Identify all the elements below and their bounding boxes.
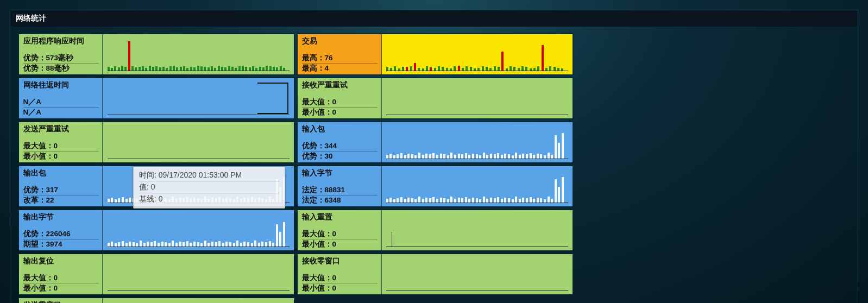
card-row-1: 优势：226046 bbox=[23, 229, 99, 239]
chart-area bbox=[386, 169, 568, 203]
row2-value: 0 bbox=[332, 284, 337, 292]
card-left: 输出包优势：317改革：22 bbox=[19, 166, 103, 206]
card-title: 输出字节 bbox=[23, 212, 99, 222]
row2-label: 最小值 bbox=[23, 284, 46, 292]
bar bbox=[555, 179, 557, 203]
row1-value: 0 bbox=[54, 142, 58, 150]
card-row-1: 最大值：0 bbox=[302, 97, 378, 107]
card-chart[interactable] bbox=[382, 78, 573, 118]
card-chart[interactable] bbox=[103, 298, 294, 304]
metric-card-input-packets[interactable]: 输入包优势：344优势：30 bbox=[297, 121, 574, 163]
metric-card-send-heavy-retry[interactable]: 发送严重重试最大值：0最小值：0 bbox=[18, 121, 295, 163]
card-values: 最大值：0最小值：0 bbox=[302, 273, 378, 293]
panel-title: 网络统计 bbox=[10, 10, 858, 27]
card-left: 接收严重重试最大值：0最小值：0 bbox=[298, 78, 382, 118]
card-left: 输出复位最大值：0最小值：0 bbox=[19, 254, 103, 294]
row1-label: 最大值 bbox=[302, 230, 325, 238]
row2-value: 0 bbox=[332, 108, 337, 116]
bar bbox=[542, 45, 544, 71]
card-left: 应用程序响应时间优势：573毫秒优势：88毫秒 bbox=[19, 34, 103, 74]
tooltip-baseline-label: 基线 bbox=[139, 194, 154, 203]
metric-card-output-bytes[interactable]: 输出字节优势：226046期望：3974 bbox=[18, 209, 295, 251]
card-row-2: 最小值：0 bbox=[23, 283, 99, 293]
row1-label: 优势 bbox=[23, 186, 39, 194]
chart-area bbox=[108, 125, 290, 159]
card-row-1: 法定：88831 bbox=[302, 185, 378, 195]
row2-label: 期望 bbox=[23, 240, 39, 248]
row1-value: 88831 bbox=[325, 186, 345, 194]
card-row-2: 优势：30 bbox=[302, 151, 378, 161]
row1-value: 0 bbox=[332, 274, 337, 282]
card-chart[interactable] bbox=[103, 254, 294, 294]
metric-card-output-reset[interactable]: 输出复位最大值：0最小值：0 bbox=[18, 253, 295, 295]
chart-area bbox=[386, 81, 568, 115]
metric-card-recv-heavy-retry[interactable]: 接收严重重试最大值：0最小值：0 bbox=[297, 77, 574, 119]
card-left: 网络往返时间N／AN／A bbox=[19, 78, 103, 118]
baseline bbox=[386, 291, 568, 291]
card-row-2: 期望：3974 bbox=[23, 239, 99, 249]
card-row-1: 最大值：0 bbox=[302, 229, 378, 239]
row2-value: 0 bbox=[332, 240, 337, 248]
metric-card-input-reset[interactable]: 输入重置最大值：0最小值：0 bbox=[297, 209, 574, 251]
card-chart[interactable] bbox=[382, 34, 573, 74]
bar bbox=[555, 135, 557, 159]
card-row-1: N／A bbox=[23, 97, 99, 107]
row1-label: 最大值 bbox=[302, 274, 325, 282]
card-values: 法定：88831法定：6348 bbox=[302, 185, 378, 205]
row1-value: 344 bbox=[325, 142, 337, 150]
card-left: 输入包优势：344优势：30 bbox=[298, 122, 382, 162]
metric-card-recv-zero-window[interactable]: 接收零窗口最大值：0最小值：0 bbox=[297, 253, 574, 295]
card-title: 输入字节 bbox=[302, 168, 378, 178]
card-chart[interactable] bbox=[103, 122, 294, 162]
row1-label: 最大值 bbox=[302, 98, 325, 106]
card-title: 输入重置 bbox=[302, 212, 378, 222]
row1-label: 优势 bbox=[302, 142, 317, 150]
metric-card-app-response-time[interactable]: 应用程序响应时间优势：573毫秒优势：88毫秒 bbox=[18, 33, 295, 75]
row2-label: 优势 bbox=[302, 152, 317, 160]
tooltip-time-value: 09/17/2020 01:53:00 PM bbox=[159, 171, 242, 179]
chart-area bbox=[108, 37, 290, 71]
card-values: 最大值：0最小值：0 bbox=[23, 273, 99, 293]
card-chart[interactable] bbox=[382, 166, 573, 206]
card-title: 交易 bbox=[302, 36, 378, 46]
card-row-2: 改革：22 bbox=[23, 195, 99, 205]
row2-label: 最高 bbox=[302, 64, 317, 72]
card-chart[interactable] bbox=[103, 34, 294, 74]
row1-value: 0 bbox=[54, 274, 58, 282]
card-title: 接收零窗口 bbox=[302, 256, 378, 266]
row2-label: 法定 bbox=[302, 196, 317, 204]
card-row-1: 最大值：0 bbox=[23, 141, 99, 151]
metric-card-transactions[interactable]: 交易最高：76最高：4 bbox=[297, 33, 574, 75]
baseline bbox=[386, 71, 568, 71]
card-row-1: 优势：317 bbox=[23, 185, 99, 195]
row2-value: 0 bbox=[54, 284, 58, 292]
card-chart[interactable] bbox=[103, 210, 294, 250]
card-values: 优势：573毫秒优势：88毫秒 bbox=[23, 53, 99, 73]
tooltip-value-row: 值: 0 bbox=[139, 181, 279, 193]
card-values: 最高：76最高：4 bbox=[302, 53, 378, 73]
tooltip-time-row: 时间: 09/17/2020 01:53:00 PM bbox=[139, 169, 279, 181]
card-chart[interactable] bbox=[103, 78, 294, 118]
baseline bbox=[386, 159, 568, 159]
row1-label: 优势 bbox=[23, 230, 39, 238]
card-chart[interactable] bbox=[382, 254, 573, 294]
card-chart[interactable] bbox=[382, 122, 573, 162]
baseline bbox=[108, 247, 290, 247]
metric-card-network-rtt[interactable]: 网络往返时间N／AN／A bbox=[18, 77, 295, 119]
card-row-1: 最大值：0 bbox=[23, 273, 99, 283]
card-chart[interactable] bbox=[382, 210, 573, 250]
card-left: 输出字节优势：226046期望：3974 bbox=[19, 210, 103, 250]
card-title: 输出复位 bbox=[23, 256, 99, 266]
metric-card-send-zero-window[interactable]: 发送零窗口最大值：0最小值：0 bbox=[18, 297, 295, 304]
panel-body: 应用程序响应时间优势：573毫秒优势：88毫秒交易最高：76最高：4网络往返时间… bbox=[10, 27, 858, 303]
card-left: 发送严重重试最大值：0最小值：0 bbox=[19, 122, 103, 162]
row2-value: 3974 bbox=[46, 240, 62, 248]
row1-label: 法定 bbox=[302, 186, 317, 194]
row1-value: 573毫秒 bbox=[46, 54, 74, 62]
bar bbox=[279, 232, 281, 247]
row2-value: N／A bbox=[23, 108, 42, 116]
row1-label: 最高 bbox=[302, 54, 317, 62]
tooltip-time-label: 时间 bbox=[139, 171, 154, 179]
row2-value: 6348 bbox=[325, 196, 341, 204]
metric-card-input-bytes[interactable]: 输入字节法定：88831法定：6348 bbox=[297, 165, 574, 207]
